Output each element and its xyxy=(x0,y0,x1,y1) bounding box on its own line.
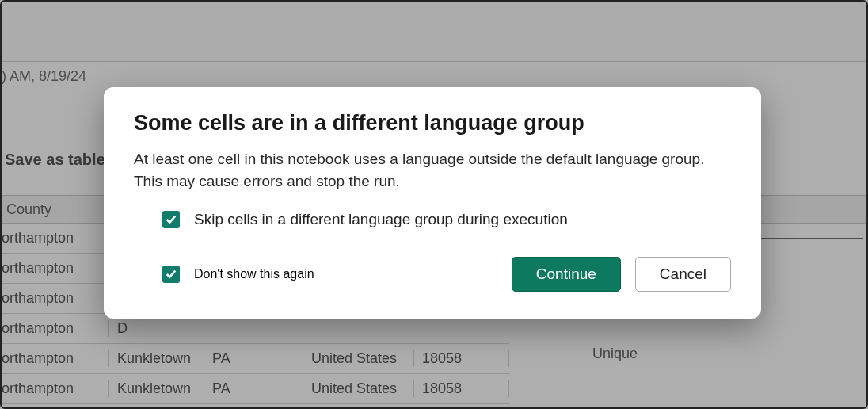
continue-button[interactable]: Continue xyxy=(512,257,621,292)
language-group-dialog: Some cells are in a different language g… xyxy=(104,87,761,319)
cancel-button[interactable]: Cancel xyxy=(635,257,731,292)
skip-cells-label: Skip cells in a different language group… xyxy=(194,211,568,228)
checkbox-checked-icon[interactable] xyxy=(162,266,180,283)
dont-show-again-label: Don't show this again xyxy=(194,267,314,281)
dialog-title: Some cells are in a different language g… xyxy=(134,111,731,136)
skip-cells-option[interactable]: Skip cells in a different language group… xyxy=(162,211,731,228)
dialog-body: At least one cell in this notebook uses … xyxy=(134,148,731,192)
checkbox-checked-icon[interactable] xyxy=(162,211,180,228)
